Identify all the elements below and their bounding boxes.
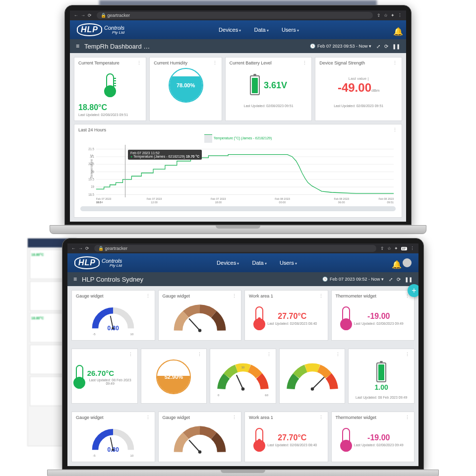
thermometer-icon: [255, 306, 263, 330]
card-menu-icon[interactable]: ⋮: [146, 294, 151, 298]
card-menu-icon[interactable]: ⋮: [146, 415, 151, 420]
hamburger-icon[interactable]: ≡: [76, 43, 79, 50]
menu-users[interactable]: Users: [280, 260, 297, 266]
menu-devices[interactable]: Devices: [219, 27, 241, 33]
chart-series-line: [96, 155, 394, 194]
card-menu-icon[interactable]: ⋮: [405, 352, 410, 357]
menu-data[interactable]: Data: [254, 27, 268, 33]
url-text: 🔒 geartracker: [101, 13, 130, 18]
card-title: Work area 1: [249, 415, 273, 420]
chart-scrollbar[interactable]: [80, 206, 396, 211]
svg-text:Feb 07 2023: Feb 07 2023: [147, 197, 162, 200]
laptop-base: [50, 225, 426, 234]
temperature-value: 27.70°C: [267, 312, 317, 321]
address-bar[interactable]: 🔒 geartracker: [97, 12, 373, 19]
star-icon[interactable]: ☆: [384, 13, 388, 18]
card-menu-icon[interactable]: ⋮: [137, 60, 142, 65]
svg-line-33: [312, 377, 324, 389]
puzzle-icon[interactable]: ✦: [391, 13, 395, 18]
add-widget-fab[interactable]: +: [408, 284, 418, 297]
address-bar[interactable]: 🔒 geartracker: [94, 245, 376, 252]
menu-devices[interactable]: Devices: [217, 260, 239, 266]
gauge-icon: [285, 362, 340, 392]
card-title: Gauge widget: [163, 415, 190, 420]
menu-users[interactable]: Users: [282, 27, 299, 33]
pause-icon[interactable]: ❚❚: [392, 44, 400, 49]
menu-dots-icon[interactable]: ⋮: [398, 13, 402, 18]
dashboard-subbar: ≡ TempRh Dashboard … Feb 07 2023 09:53 -…: [70, 39, 406, 53]
last-updated: Last Updated: 08 Feb 2023 09:49: [353, 396, 410, 399]
brand-logo[interactable]: HLP ControlsPty Ltd: [77, 23, 124, 36]
nav-controls[interactable]: ←→⟳: [71, 246, 90, 251]
user-avatar[interactable]: [403, 258, 412, 267]
card-menu-icon[interactable]: ⋮: [267, 352, 272, 357]
humidity-value: 78.00%: [170, 69, 202, 102]
time-range-picker[interactable]: Feb 07 2023 09:52 - Now ▾: [322, 277, 384, 282]
card-liquid-orange: ⋮ 52.90%: [141, 349, 207, 404]
card-title: Gauge widget: [76, 415, 104, 420]
dashboard-subbar: ≡ HLP Controls Sydney Feb 07 2023 09:52 …: [67, 272, 418, 286]
x-axis-labels: 18.8 Feb 07 202309:54 Feb 07 202312:00 F…: [96, 197, 394, 204]
card-menu-icon[interactable]: ⋮: [302, 60, 307, 65]
card-title: Device Signal Strength: [319, 60, 365, 65]
forward-icon[interactable]: →: [78, 246, 83, 251]
last-updated: Last Updated: 02/08/2023 09:51: [230, 104, 308, 108]
svg-text:Feb 08 2023: Feb 08 2023: [275, 197, 290, 200]
card-gauge-blue: Gauge widget⋮ 0.30 -510: [71, 412, 155, 462]
forward-icon[interactable]: →: [81, 13, 86, 18]
card-title: Work area 1: [249, 294, 273, 298]
star-icon[interactable]: ☆: [387, 246, 391, 251]
card-gauge-rainbow: ⋮ 03060: [210, 349, 276, 404]
card-gauge-brown: Gauge widget⋮: [158, 412, 242, 462]
back-icon[interactable]: ←: [74, 13, 79, 18]
dashboard-grid-top: Current Temperature⋮ 18.80°C Last Update…: [70, 53, 406, 222]
card-title: Gauge widget: [163, 294, 190, 298]
time-range-picker[interactable]: Feb 07 2023 09:53 - Now ▾: [310, 44, 371, 49]
expand-icon[interactable]: ⤢: [389, 277, 393, 282]
share-icon[interactable]: ⇪: [377, 13, 381, 18]
thermometer-icon: [255, 428, 263, 452]
card-current-temperature: Current Temperature⋮ 18.80°C Last Update…: [74, 57, 146, 121]
laptop-bottom: ←→⟳ 🔒 geartracker ⇪☆✦IIF⋮ HLP ControlsPt…: [62, 238, 424, 476]
refresh-icon[interactable]: ⟳: [397, 277, 401, 282]
app-topbar: HLP ControlsPty Ltd Devices Data Users 🔔: [67, 253, 418, 272]
card-battery: ⋮ 1.00 Last Updated: 08 Feb 2023 09:49: [348, 349, 415, 404]
bell-icon[interactable]: 🔔: [393, 27, 399, 33]
card-signal-strength: Device Signal Strength⋮ Last value | -49…: [315, 57, 402, 121]
card-menu-icon[interactable]: ⋮: [213, 60, 218, 65]
card-menu-icon[interactable]: ⋮: [319, 294, 324, 298]
menu-dots-icon[interactable]: ⋮: [410, 246, 415, 251]
card-menu-icon[interactable]: ⋮: [232, 415, 237, 420]
svg-line-29: [189, 319, 200, 331]
nav-controls[interactable]: ← → ⟳: [74, 13, 93, 18]
battery-value: 1.00: [375, 383, 388, 391]
bell-icon[interactable]: 🔔: [392, 260, 398, 266]
card-menu-icon[interactable]: ⋮: [336, 352, 341, 357]
pause-icon[interactable]: ❚❚: [405, 277, 413, 282]
back-icon[interactable]: ←: [71, 246, 76, 251]
card-gauge-blue: Gauge widget⋮ 0.30 -510: [71, 290, 155, 341]
card-menu-icon[interactable]: ⋮: [393, 127, 398, 132]
menu-data[interactable]: Data: [252, 260, 266, 266]
brand-logo[interactable]: HLP ControlsPty Ltd: [74, 256, 122, 269]
card-menu-icon[interactable]: ⋮: [128, 352, 133, 357]
refresh-icon[interactable]: ⟳: [384, 44, 388, 49]
reload-icon[interactable]: ⟳: [88, 13, 93, 18]
share-icon[interactable]: ⇪: [380, 246, 384, 251]
hamburger-icon[interactable]: ≡: [73, 276, 77, 283]
card-menu-icon[interactable]: ⋮: [319, 415, 324, 420]
battery-icon: [250, 75, 260, 95]
card-menu-icon[interactable]: ⋮: [232, 294, 237, 298]
line-chart[interactable]: Temperature °C 21.5 21 20.5 20 19.5 19 1…: [80, 145, 396, 204]
svg-line-37: [189, 440, 200, 452]
card-work-area: Work area 1⋮ 27.70°CLast Updated: 02/08/…: [244, 412, 328, 462]
puzzle-icon[interactable]: ✦: [394, 246, 398, 251]
card-menu-icon[interactable]: ⋮: [405, 415, 410, 420]
expand-icon[interactable]: ⤢: [376, 44, 380, 49]
svg-text:09:54: 09:54: [96, 201, 103, 204]
card-menu-icon[interactable]: ⋮: [197, 352, 202, 357]
reload-icon[interactable]: ⟳: [85, 246, 90, 251]
gauge-icon: 03060: [216, 362, 270, 392]
card-menu-icon[interactable]: ⋮: [393, 60, 398, 65]
ext-badge[interactable]: IIF: [401, 247, 407, 250]
